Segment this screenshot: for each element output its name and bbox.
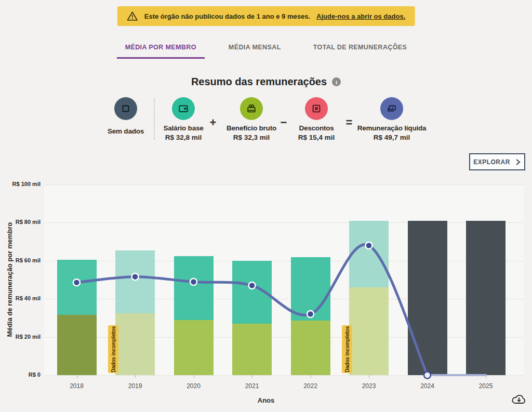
x-tick [311, 375, 311, 378]
legend-value: R$ 32,8 mil [155, 134, 212, 141]
bar-base-2022[interactable] [291, 321, 330, 375]
gridline [44, 375, 524, 376]
bar-base-2021[interactable] [232, 324, 272, 375]
line-marker-2020[interactable] [190, 278, 197, 285]
explore-button[interactable]: EXPLORAR [469, 153, 525, 170]
x-axis-title: Anos [0, 396, 532, 404]
bar-base-2023[interactable] [349, 287, 389, 375]
remunerations-dashboard: Este órgão não publicou dados de 1 ano e… [0, 0, 532, 412]
bar-base-2018[interactable] [57, 315, 97, 375]
incomplete-data-tag-2019: Dados incompletos [108, 325, 118, 373]
money-circle [380, 97, 403, 120]
x-tick [194, 375, 194, 378]
y-tick-label: R$ 80 mil [0, 219, 41, 225]
equals-operator: = [344, 116, 354, 129]
bar-benefit-2020[interactable] [174, 256, 214, 320]
bar-no-data-2024[interactable] [408, 221, 447, 375]
x-axis-label-2020: 2020 [173, 382, 215, 390]
line-marker-2019[interactable] [132, 273, 139, 280]
bar-base-2020[interactable] [174, 320, 214, 375]
x-square-icon [311, 103, 322, 114]
summary-header: Resumo das remunerações i [0, 76, 532, 88]
y-tick-label: R$ 40 mil [0, 295, 41, 301]
bar-base-2019[interactable] [115, 313, 155, 375]
gridline [44, 184, 524, 185]
tab-media-mensal[interactable]: MÉDIA MENSAL [220, 42, 289, 59]
legend-remuneracao-liquida: Remuneração líquida R$ 49,7 mil [355, 97, 429, 141]
page-title: Resumo das remunerações [191, 76, 327, 88]
discount-circle [305, 97, 328, 120]
bar-benefit-2021[interactable] [232, 261, 272, 324]
legend-label: Sem dados [100, 127, 152, 135]
gridline [44, 222, 524, 223]
bar-no-data-2025[interactable] [466, 221, 506, 375]
banner-text: Este órgão não publicou dados de 1 ano e… [144, 12, 310, 20]
bar-benefit-2019[interactable] [115, 250, 155, 313]
x-axis-label-2025: 2025 [465, 382, 507, 390]
legend-label: Remuneração líquida [355, 124, 429, 132]
legend-label: Benefício bruto [220, 124, 283, 132]
tab-total-remuneracoes[interactable]: TOTAL DE REMUNERAÇÕES [305, 42, 416, 59]
remuneration-chart: Média de remuneração por membro Anos R$ … [0, 177, 532, 412]
legend-value: R$ 49,7 mil [355, 134, 429, 141]
x-axis-label-2021: 2021 [231, 382, 273, 390]
warning-triangle-icon [127, 10, 138, 22]
x-axis-label-2018: 2018 [56, 382, 98, 390]
no-data-circle [114, 97, 137, 120]
legend-salario-base: Salário base R$ 32,8 mil [155, 97, 212, 141]
incomplete-data-tag-label: Dados incompletos [111, 326, 116, 373]
warning-banner: Este órgão não publicou dados de 1 ano e… [117, 6, 415, 26]
line-marker-2018[interactable] [73, 279, 80, 286]
legend-beneficio-bruto: Benefício bruto R$ 32,3 mil [220, 97, 283, 141]
bar-benefit-2018[interactable] [57, 260, 97, 315]
minus-operator: − [278, 116, 289, 129]
legend-value: R$ 15,4 mil [290, 134, 342, 141]
bar-benefit-2023[interactable] [349, 221, 389, 287]
legend-label: Descontos [290, 124, 342, 132]
x-tick [369, 375, 369, 378]
banknotes-icon [386, 103, 397, 114]
open-data-link[interactable]: Ajude-nos a abrir os dados. [316, 12, 405, 20]
x-axis-label-2024: 2024 [407, 382, 448, 390]
square-outline-icon [120, 103, 131, 114]
incomplete-data-tag-label: Dados incompletos [344, 326, 350, 373]
gift-circle [240, 97, 263, 120]
explore-button-label: EXPLORAR [473, 158, 510, 166]
y-tick-label: R$ 100 mil [0, 181, 41, 187]
summary-equation: Sem dados Salário base R$ 32,8 mil + [0, 97, 532, 147]
y-tick-label: R$ 20 mil [0, 334, 41, 340]
y-axis-title: Média de remuneração por membro [6, 222, 14, 337]
wallet-icon [178, 103, 189, 114]
y-tick-label: R$ 60 mil [0, 257, 41, 263]
chevron-right-icon [515, 159, 521, 165]
x-tick [77, 375, 77, 378]
y-tick-label: R$ 0 [0, 371, 41, 378]
line-marker-2023[interactable] [366, 242, 373, 249]
x-tick [252, 375, 252, 378]
legend-descontos: Descontos R$ 15,4 mil [290, 97, 342, 141]
gift-icon [246, 103, 257, 114]
line-marker-2021[interactable] [249, 282, 256, 289]
legend-label: Salário base [155, 124, 212, 132]
x-tick [135, 375, 136, 378]
legend-sem-dados: Sem dados [100, 97, 152, 135]
line-marker-2022[interactable] [307, 311, 314, 317]
x-axis-label-2023: 2023 [348, 382, 390, 390]
view-tabs: MÉDIA POR MEMBRO MÉDIA MENSAL TOTAL DE R… [0, 42, 532, 59]
download-chart-icon[interactable] [511, 393, 527, 406]
incomplete-data-tag-2023: Dados incompletos [342, 325, 352, 373]
wallet-circle [172, 97, 195, 120]
tab-media-por-membro[interactable]: MÉDIA POR MEMBRO [117, 42, 205, 59]
line-marker-2024[interactable] [424, 372, 431, 379]
legend-value: R$ 32,3 mil [220, 134, 283, 141]
x-axis-label-2022: 2022 [290, 382, 331, 390]
info-icon[interactable]: i [332, 77, 341, 86]
x-tick [486, 375, 486, 378]
plus-operator: + [208, 116, 218, 129]
x-axis-label-2019: 2019 [114, 382, 156, 390]
